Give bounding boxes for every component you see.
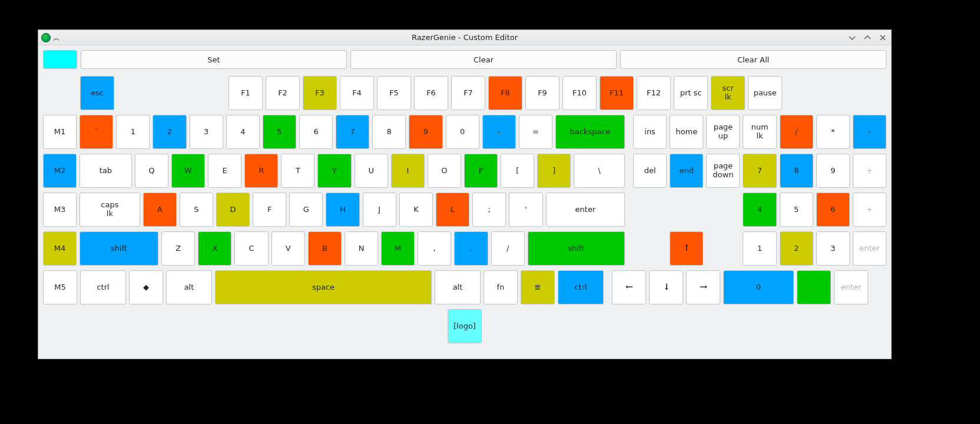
key-insert[interactable]: ins <box>633 115 667 149</box>
key-f3[interactable]: F3 <box>303 76 337 110</box>
key-o[interactable]: O <box>428 154 461 188</box>
key-f6[interactable]: F6 <box>414 76 448 110</box>
key-esc[interactable]: esc <box>80 76 114 110</box>
key-arrow-left[interactable]: 🠔 <box>612 270 646 304</box>
key-num-3[interactable]: 3 <box>816 231 850 266</box>
key-num-minus[interactable]: - <box>853 115 886 149</box>
key-num-5[interactable]: 5 <box>780 193 813 227</box>
key-alt-right[interactable]: alt <box>435 270 481 304</box>
key-num-9[interactable]: 9 <box>816 154 850 188</box>
key-num-lock[interactable]: num lk <box>743 115 776 149</box>
key-ctrl-left[interactable]: ctrl <box>80 270 126 304</box>
key-e[interactable]: E <box>208 154 241 188</box>
key-num-decimal[interactable]: . <box>797 270 831 304</box>
key-num-8[interactable]: 8 <box>780 154 813 188</box>
key-page-down[interactable]: page down <box>706 154 740 188</box>
key-num-enter[interactable]: enter <box>853 231 886 266</box>
key-num-multiply[interactable]: * <box>816 115 850 149</box>
key-c[interactable]: C <box>234 231 268 266</box>
key-f7[interactable]: F7 <box>451 76 485 110</box>
key-a[interactable]: A <box>143 193 177 227</box>
key-num-divide[interactable]: / <box>780 115 813 149</box>
key-menu[interactable]: ≣ <box>521 270 555 304</box>
key-home[interactable]: home <box>670 115 703 149</box>
key-i[interactable]: I <box>391 154 425 188</box>
key-pause[interactable]: pause <box>748 76 782 110</box>
key-m4[interactable]: M4 <box>43 231 77 266</box>
key-f2[interactable]: F2 <box>266 76 300 110</box>
close-button[interactable] <box>877 32 889 44</box>
key-k[interactable]: K <box>399 193 433 227</box>
key-0[interactable]: 0 <box>446 115 479 149</box>
key-num-1[interactable]: 1 <box>743 231 776 266</box>
key-shift-left[interactable]: shift <box>80 231 158 266</box>
key-m5[interactable]: M5 <box>43 270 77 304</box>
key-space[interactable]: space <box>215 270 432 304</box>
key-m2[interactable]: M2 <box>43 154 77 188</box>
key-f8[interactable]: F8 <box>488 76 522 110</box>
key-3[interactable]: 3 <box>190 115 223 149</box>
clear-all-button[interactable]: Clear All <box>620 50 886 69</box>
key-arrow-down[interactable]: 🠗 <box>649 270 683 304</box>
key-r[interactable]: R <box>244 154 278 188</box>
key-arrow-up[interactable]: 🠕 <box>670 231 703 266</box>
minimize-button[interactable] <box>846 32 858 44</box>
key-j[interactable]: J <box>363 193 396 227</box>
keep-above-icon[interactable]: ︽ <box>53 34 60 41</box>
key-u[interactable]: U <box>355 154 388 188</box>
key-f9[interactable]: F9 <box>525 76 559 110</box>
key-arrow-right[interactable]: 🠖 <box>686 270 720 304</box>
key-v[interactable]: V <box>272 231 305 266</box>
key-num-2[interactable]: 2 <box>780 231 813 266</box>
key-l[interactable]: L <box>436 193 469 227</box>
key-f1[interactable]: F1 <box>229 76 263 110</box>
key-8[interactable]: 8 <box>372 115 406 149</box>
key-1[interactable]: 1 <box>116 115 150 149</box>
key-shift-right[interactable]: shift <box>528 231 625 266</box>
key-backslash[interactable]: \ <box>574 154 625 188</box>
key-z[interactable]: Z <box>161 231 195 266</box>
key-q[interactable]: Q <box>135 154 168 188</box>
key-print-screen[interactable]: prt sc <box>674 76 708 110</box>
key-num-plus[interactable]: + <box>853 154 886 188</box>
key-delete[interactable]: del <box>633 154 667 188</box>
key-b[interactable]: B <box>308 231 342 266</box>
key-bracket-right[interactable]: ] <box>537 154 571 188</box>
key-backspace[interactable]: backspace <box>555 115 625 149</box>
key-page-up[interactable]: page up <box>706 115 740 149</box>
key-num-7[interactable]: 7 <box>743 154 776 188</box>
key-equals[interactable]: = <box>519 115 552 149</box>
key-s[interactable]: S <box>180 193 213 227</box>
key-m[interactable]: M <box>381 231 415 266</box>
key-7[interactable]: 7 <box>336 115 369 149</box>
key-f11[interactable]: F11 <box>600 76 634 110</box>
clear-button[interactable]: Clear <box>350 50 617 69</box>
key-h[interactable]: H <box>326 193 359 227</box>
key-g[interactable]: G <box>289 193 323 227</box>
key-num-enter-2[interactable]: enter <box>834 270 868 304</box>
key-n[interactable]: N <box>345 231 378 266</box>
key-y[interactable]: Y <box>317 154 351 188</box>
key-f12[interactable]: F12 <box>637 76 671 110</box>
key-num-0[interactable]: 0 <box>723 270 794 304</box>
key-tab[interactable]: tab <box>80 154 132 188</box>
key-f[interactable]: F <box>253 193 286 227</box>
key-minus[interactable]: - <box>482 115 516 149</box>
set-button[interactable]: Set <box>81 50 347 69</box>
key-num-4[interactable]: 4 <box>743 193 776 227</box>
key-grave[interactable]: ` <box>80 115 113 149</box>
key-f4[interactable]: F4 <box>340 76 374 110</box>
key-caps-lock[interactable]: caps lk <box>80 193 140 227</box>
key-ctrl-right[interactable]: ctrl <box>558 270 604 304</box>
key-m1[interactable]: M1 <box>43 115 77 149</box>
key-enter[interactable]: enter <box>546 193 625 227</box>
key-comma[interactable]: , <box>418 231 451 266</box>
key-bracket-left[interactable]: [ <box>501 154 534 188</box>
key-5[interactable]: 5 <box>263 115 296 149</box>
logo-key[interactable]: [logo] <box>448 309 482 343</box>
key-f5[interactable]: F5 <box>377 76 411 110</box>
maximize-button[interactable] <box>862 32 873 44</box>
key-w[interactable]: W <box>171 154 205 188</box>
key-4[interactable]: 4 <box>226 115 260 149</box>
key-super-left[interactable]: ◆ <box>129 270 163 304</box>
